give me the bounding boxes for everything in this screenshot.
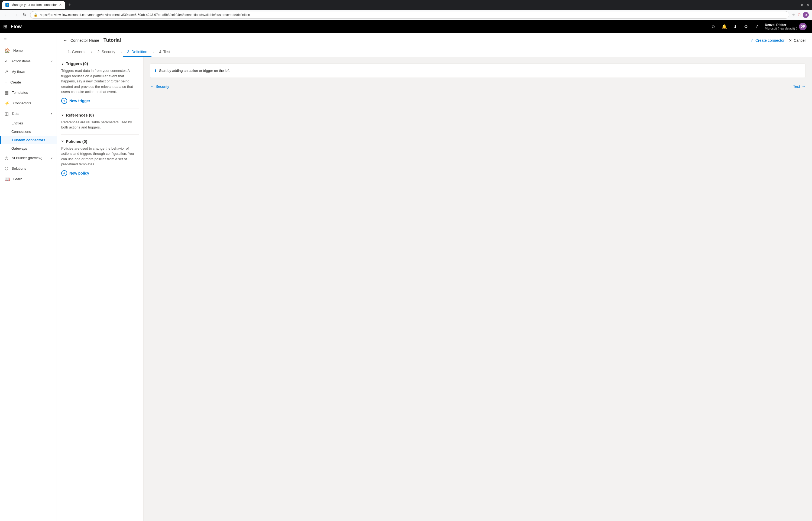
cancel-button[interactable]: ✕ Cancel <box>789 38 806 43</box>
sidebar-label-data: Data <box>12 112 19 116</box>
app-title: Flow <box>10 24 22 29</box>
create-connector-button[interactable]: ✓ Create connector <box>750 38 784 43</box>
new-trigger-icon: + <box>61 98 67 104</box>
minimize-button[interactable]: — <box>794 3 798 7</box>
triggers-section-header[interactable]: ∨ Triggers (0) <box>61 61 139 66</box>
browser-tab[interactable]: ⚡ Manage your custom connector ✕ <box>2 1 65 9</box>
header-actions: ☺ 🔔 ⬇ ⚙ ? Denzel Pfeifer Microsoft (new … <box>709 22 809 31</box>
sidebar-item-custom-connectors[interactable]: Custom connectors <box>0 136 57 144</box>
tab-general[interactable]: 1. General <box>64 47 90 56</box>
sidebar-item-data[interactable]: ◫ Data ∧ <box>0 108 57 119</box>
tab-favicon: ⚡ <box>5 3 9 7</box>
sidebar-item-create[interactable]: + Create <box>0 77 57 87</box>
bookmark-icon[interactable]: ☆ <box>792 13 795 17</box>
tab-close-button[interactable]: ✕ <box>59 3 62 7</box>
new-policy-label: New policy <box>69 171 89 175</box>
sidebar-label-learn: Learn <box>13 177 22 181</box>
info-message-text: Start by adding an action or trigger on … <box>159 69 231 73</box>
new-policy-icon: + <box>61 170 67 176</box>
new-trigger-button[interactable]: + New trigger <box>61 98 139 104</box>
ai-builder-icon: ◎ <box>5 155 8 160</box>
sidebar-item-my-flows[interactable]: ↗ My flows <box>0 66 57 77</box>
settings-button[interactable]: ⚙ <box>741 22 751 31</box>
sidebar-label-entities: Entities <box>11 121 23 125</box>
main-layout: ≡ 🏠 Home ✓ Action items ∨ ↗ My flows + C… <box>0 33 812 521</box>
sidebar-item-home[interactable]: 🏠 Home <box>0 45 57 56</box>
references-title: References (0) <box>66 113 94 117</box>
triggers-title: Triggers (0) <box>66 61 88 66</box>
user-name: Denzel Pfeifer <box>765 23 797 27</box>
sidebar-label-templates: Templates <box>12 91 28 95</box>
close-button[interactable]: ✕ <box>806 3 810 7</box>
user-avatar: DP <box>799 23 807 30</box>
learn-icon: 📖 <box>5 177 10 182</box>
sidebar-item-connections[interactable]: Connections <box>0 128 57 136</box>
sidebar-item-templates[interactable]: ▦ Templates <box>0 87 57 98</box>
sidebar-item-action-items[interactable]: ✓ Action items ∨ <box>0 56 57 66</box>
nav-forward-arrow-icon: → <box>802 84 806 89</box>
back-nav-button[interactable]: ← <box>3 12 10 18</box>
cancel-x-icon: ✕ <box>789 38 792 43</box>
forward-nav-button[interactable]: → <box>13 12 19 18</box>
sidebar-item-learn[interactable]: 📖 Learn <box>0 174 57 184</box>
maximize-button[interactable]: ⧉ <box>800 3 804 7</box>
sidebar-item-entities[interactable]: Entities <box>0 119 57 128</box>
nav-back-arrow-icon: ← <box>150 84 154 89</box>
profile-avatar[interactable]: D <box>803 12 809 18</box>
policies-title: Policies (0) <box>66 139 87 144</box>
home-icon: 🏠 <box>5 48 10 53</box>
notification-button[interactable]: 🔔 <box>719 22 729 31</box>
page-breadcrumb: ← Connector Name Tutorial <box>64 38 121 43</box>
user-profile[interactable]: Denzel Pfeifer Microsoft (new default) (… <box>763 22 809 31</box>
download-button[interactable]: ⬇ <box>730 22 740 31</box>
page-header-top: ← Connector Name Tutorial ✓ Create conne… <box>64 38 806 43</box>
url-bar[interactable]: 🔒 https://preview.flow.microsoft.com/man… <box>30 11 789 19</box>
references-description: References are reusable parameters used … <box>61 119 139 130</box>
tab-test[interactable]: 4. Test <box>155 47 174 56</box>
sidebar-item-ai-builder[interactable]: ◎ AI Builder (preview) ∨ <box>0 153 57 163</box>
content-area: ← Connector Name Tutorial ✓ Create conne… <box>57 33 812 521</box>
sidebar-item-connectors[interactable]: ⚡ Connectors <box>0 98 57 108</box>
triggers-description: Triggers read data in from your connecto… <box>61 68 139 95</box>
sidebar-hamburger[interactable]: ≡ <box>0 33 57 45</box>
sidebar-label-my-flows: My flows <box>11 70 25 74</box>
references-section-header[interactable]: ∨ References (0) <box>61 113 139 117</box>
solutions-icon: ⬡ <box>5 166 8 171</box>
checkmark-icon: ✓ <box>750 38 754 43</box>
tab-title: Manage your custom connector <box>11 3 57 7</box>
sidebar-item-gateways[interactable]: Gateways <box>0 144 57 153</box>
sidebar-item-solutions[interactable]: ⬡ Solutions <box>0 163 57 174</box>
help-button[interactable]: ? <box>752 22 762 31</box>
new-policy-button[interactable]: + New policy <box>61 170 139 176</box>
window-controls: — ⧉ ✕ <box>794 3 810 7</box>
refresh-button[interactable]: ↻ <box>22 12 27 18</box>
address-bar: ← → ↻ 🔒 https://preview.flow.microsoft.c… <box>0 10 812 20</box>
left-panel: ∨ Triggers (0) Triggers read data in fro… <box>57 57 144 521</box>
tab-definition[interactable]: 3. Definition <box>123 47 152 56</box>
user-org: Microsoft (new default) ( <box>765 27 797 30</box>
my-flows-icon: ↗ <box>5 69 8 74</box>
action-items-expand-icon: ∨ <box>50 59 53 63</box>
action-items-icon: ✓ <box>5 59 8 64</box>
create-icon: + <box>5 80 7 85</box>
tab-security[interactable]: 2. Security <box>93 47 119 56</box>
page-header: ← Connector Name Tutorial ✓ Create conne… <box>57 33 812 57</box>
tab-chevron-3: › <box>152 50 153 54</box>
tab-chevron-2: › <box>121 50 122 54</box>
app-header: ⊞ Flow ☺ 🔔 ⬇ ⚙ ? Denzel Pfeifer Microsof… <box>0 20 812 33</box>
sidebar-label-connectors: Connectors <box>13 101 31 105</box>
back-button[interactable]: ← <box>64 38 67 43</box>
nav-back-label: Security <box>156 84 169 89</box>
waffle-icon[interactable]: ⊞ <box>3 24 7 29</box>
new-trigger-label: New trigger <box>69 99 90 103</box>
page-header-actions: ✓ Create connector ✕ Cancel <box>750 38 806 43</box>
new-tab-button[interactable]: + <box>68 2 71 8</box>
policies-section-header[interactable]: ∨ Policies (0) <box>61 139 139 144</box>
emoji-button[interactable]: ☺ <box>709 22 718 31</box>
opera-icon[interactable]: O <box>798 13 801 17</box>
connectors-icon: ⚡ <box>5 100 10 106</box>
policies-chevron-icon: ∨ <box>61 139 64 143</box>
back-to-security-link[interactable]: ← Security <box>150 84 169 89</box>
tab-test-label: 4. Test <box>159 50 170 54</box>
forward-to-test-link[interactable]: Test → <box>793 84 806 89</box>
